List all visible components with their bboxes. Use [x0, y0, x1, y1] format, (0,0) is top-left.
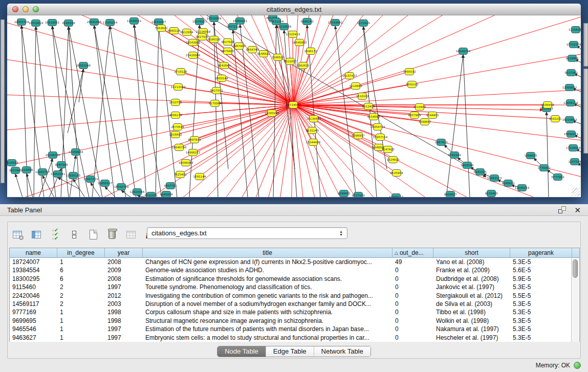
table-cell[interactable]: 2012 — [105, 292, 143, 300]
table-cell[interactable]: 2003 — [105, 300, 143, 308]
table-cell[interactable]: 2 — [57, 300, 105, 308]
table-cell[interactable]: Embryonic stem cells: a model to study s… — [143, 334, 393, 342]
black-edge[interactable] — [189, 25, 200, 197]
table-cell[interactable]: 1997 — [105, 334, 143, 342]
network-canvas[interactable]: 2405572410553819160338318165554206914061… — [7, 15, 581, 197]
black-edge[interactable] — [73, 179, 85, 197]
table-cell[interactable]: Genome-wide association studies in ADHD. — [143, 266, 393, 274]
table-mode-icon[interactable] — [11, 228, 24, 241]
table-cell[interactable]: Tibbo et al. (1998) — [433, 308, 510, 316]
table-cell[interactable]: 9115460 — [10, 283, 57, 291]
table-cell[interactable]: 0 — [393, 308, 433, 316]
table-cell[interactable]: Changes of HCN gene expression and I(f) … — [143, 258, 393, 266]
red-edge[interactable] — [293, 15, 418, 105]
red-edge[interactable] — [7, 15, 293, 105]
red-edge[interactable] — [293, 105, 581, 197]
table-cell[interactable]: 1 — [57, 258, 105, 266]
table-cell[interactable]: 0 — [393, 275, 433, 283]
table-cell[interactable]: Stergiakouli et al. (2012) — [433, 292, 510, 300]
table-cell[interactable]: Estimation of significance thresholds fo… — [143, 275, 393, 283]
table-row[interactable]: 977716911998Corpus callosum shape and si… — [10, 308, 579, 316]
red-edge[interactable] — [293, 15, 581, 105]
table-cell[interactable]: 1997 — [105, 325, 143, 333]
table-cell[interactable]: 1998 — [105, 317, 143, 325]
red-edge[interactable] — [293, 15, 581, 105]
table-cell[interactable]: Jankovic et al. (1997) — [433, 283, 510, 291]
column-header-pagerank[interactable]: pagerank — [510, 248, 572, 257]
select-all-columns-icon[interactable]: ✔✔✔ — [49, 228, 62, 241]
red-edge[interactable] — [7, 15, 293, 105]
red-edge[interactable] — [293, 15, 581, 105]
black-edge[interactable] — [69, 27, 80, 197]
table-cell[interactable]: 5.3E-5 — [510, 325, 572, 333]
black-edge[interactable] — [134, 25, 146, 197]
red-edge[interactable] — [293, 105, 581, 197]
table-row[interactable]: 1830029562008Estimation of significance … — [10, 275, 579, 283]
minimize-window-button[interactable] — [23, 6, 29, 12]
table-cell[interactable]: 2 — [57, 283, 105, 291]
table-row[interactable]: 911546021997Tourette syndrome. Phenomeno… — [10, 283, 579, 291]
table-cell[interactable]: 22420046 — [10, 292, 57, 300]
black-edge[interactable] — [233, 30, 248, 197]
table-cell[interactable]: 18724007 — [10, 258, 57, 266]
black-edge[interactable] — [92, 26, 110, 197]
table-cell[interactable]: 0 — [393, 317, 433, 325]
window-titlebar[interactable]: citations_edges.txt — [7, 4, 581, 15]
red-edge[interactable] — [193, 55, 293, 105]
scrollbar-thumb[interactable] — [573, 259, 578, 278]
table-cell[interactable]: 9699695 — [10, 317, 57, 325]
red-edge[interactable] — [7, 15, 293, 105]
table-row[interactable]: 1872400712008Changes of HCN gene express… — [10, 258, 579, 266]
red-edge[interactable] — [293, 96, 362, 105]
black-edge[interactable] — [42, 176, 54, 197]
column-header-in_degree[interactable]: in_degree — [57, 248, 105, 257]
red-edge[interactable] — [293, 15, 581, 105]
table-row[interactable]: 1938455462009Genome-wide association stu… — [10, 266, 579, 274]
red-edge[interactable] — [293, 105, 581, 197]
red-edge[interactable] — [7, 15, 293, 105]
table-row[interactable]: 969969511998Structural magnetic resonanc… — [10, 317, 579, 325]
table-cell[interactable]: 9463627 — [10, 334, 57, 342]
red-edge[interactable] — [293, 105, 581, 197]
table-cell[interactable]: 2008 — [105, 275, 143, 283]
red-edge[interactable] — [7, 15, 293, 105]
table-cell[interactable]: 5.3E-5 — [510, 317, 572, 325]
show-columns-icon[interactable] — [30, 228, 43, 241]
column-header-name[interactable]: name — [10, 248, 57, 257]
table-cell[interactable]: 1 — [57, 317, 105, 325]
float-panel-icon[interactable] — [558, 206, 566, 213]
table-cell[interactable]: 2 — [57, 292, 105, 300]
table-cell[interactable]: Structural magnetic resonance image aver… — [143, 317, 393, 325]
resize-grip-icon[interactable] — [572, 188, 580, 196]
black-edge[interactable] — [134, 25, 162, 197]
zoom-window-button[interactable] — [33, 6, 39, 12]
table-cell[interactable]: 0 — [393, 325, 433, 333]
row-height-icon[interactable] — [68, 228, 81, 241]
red-edge[interactable] — [293, 34, 293, 105]
table-cell[interactable]: 0 — [393, 283, 433, 291]
table-row[interactable]: 2242004622012Investigating the contribut… — [10, 292, 579, 300]
table-cell[interactable]: Investigating the contribution of common… — [143, 292, 393, 300]
close-window-button[interactable] — [12, 6, 18, 12]
table-cell[interactable]: Yano et al. (2008) — [433, 258, 510, 266]
table-row[interactable]: 1456911722003Disruption of a novel membe… — [10, 300, 579, 308]
table-cell[interactable]: 5.3E-5 — [510, 308, 572, 316]
table-cell[interactable]: 0 — [393, 266, 433, 274]
table-cell[interactable]: Tourette syndrome. Phenomenology and cla… — [143, 283, 393, 291]
table-cell[interactable]: 5.9E-5 — [510, 275, 572, 283]
table-cell[interactable]: 14569117 — [10, 300, 57, 308]
table-cell[interactable]: Dudbridge et al. (2008) — [433, 275, 510, 283]
table-cell[interactable]: 6 — [57, 266, 105, 274]
black-edge[interactable] — [547, 112, 549, 197]
black-edge[interactable] — [159, 26, 177, 197]
red-edge[interactable] — [293, 15, 581, 105]
red-edge[interactable] — [7, 15, 293, 105]
table-cell[interactable]: 1 — [57, 308, 105, 316]
black-edge[interactable] — [15, 174, 23, 197]
table-cell[interactable]: 5.3E-5 — [510, 300, 572, 308]
create-column-icon[interactable] — [86, 228, 100, 241]
table-cell[interactable]: 49 — [393, 258, 433, 266]
table-cell[interactable]: 2008 — [105, 258, 143, 266]
table-cell[interactable]: Nakamura et al. (1997) — [433, 325, 510, 333]
tab-network-table[interactable]: Network Table — [314, 346, 371, 357]
